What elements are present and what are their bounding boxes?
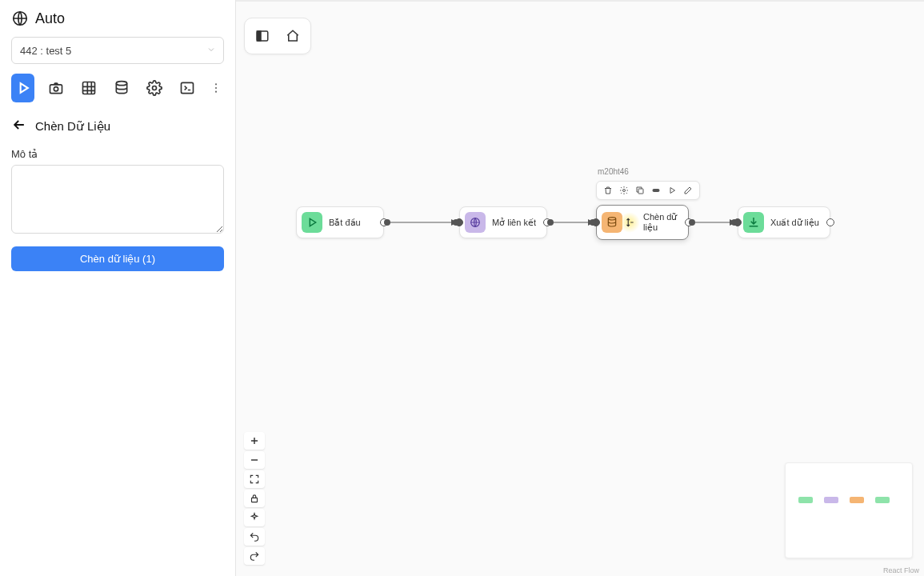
settings-button[interactable] xyxy=(142,74,166,102)
panel-header: Chèn Dữ Liệu xyxy=(11,117,224,135)
port-out[interactable] xyxy=(826,218,834,226)
home-button[interactable] xyxy=(280,23,306,49)
node-id-tag: m20ht46 xyxy=(598,167,629,176)
insert-data-button[interactable]: Chèn dữ liệu (1) xyxy=(11,246,224,271)
duplicate-node-button[interactable] xyxy=(634,184,646,197)
svg-point-9 xyxy=(215,91,217,93)
svg-rect-14 xyxy=(638,189,643,194)
terminal-button[interactable] xyxy=(175,74,198,102)
run-button[interactable] xyxy=(11,74,34,102)
zoom-in-button[interactable] xyxy=(244,432,265,450)
minimap-nodes xyxy=(798,497,890,503)
node-open-link[interactable]: Mở liên kết xyxy=(459,206,547,238)
redo-button[interactable] xyxy=(244,547,265,565)
svg-rect-3 xyxy=(82,82,94,94)
svg-point-5 xyxy=(152,86,156,90)
minimap-node xyxy=(850,497,864,503)
svg-rect-11 xyxy=(257,31,261,41)
download-icon xyxy=(743,212,764,233)
sidebar: Auto 442 : test 5 xyxy=(0,0,236,576)
lock-button[interactable] xyxy=(244,490,265,507)
globe-icon xyxy=(11,10,29,27)
undo-button[interactable] xyxy=(244,528,265,546)
svg-rect-17 xyxy=(252,498,258,502)
magic-button[interactable] xyxy=(244,509,265,526)
more-button[interactable] xyxy=(209,74,224,102)
svg-point-7 xyxy=(215,83,217,85)
minimap-node xyxy=(824,497,838,503)
description-label: Mô tả xyxy=(11,148,224,160)
node-label: Bắt đầu xyxy=(329,218,361,228)
back-button[interactable] xyxy=(11,117,27,135)
grid-button[interactable] xyxy=(77,74,100,102)
panel-title: Chèn Dữ Liệu xyxy=(35,119,110,134)
globe-icon xyxy=(465,212,486,233)
toggle-panel-button[interactable] xyxy=(250,23,275,49)
flow-canvas[interactable]: Bắt đầu Mở liên kết m20ht46 Chèn dữ liệu… xyxy=(236,0,924,576)
toggle-node-button[interactable] xyxy=(650,184,662,197)
node-label: Mở liên kết xyxy=(492,218,536,228)
svg-point-8 xyxy=(215,87,217,89)
node-insert-data[interactable]: Chèn dữ liệu xyxy=(596,205,689,240)
node-label: Xuất dữ liệu xyxy=(770,218,819,228)
minimap[interactable] xyxy=(785,462,913,558)
zoom-controls xyxy=(244,432,265,565)
svg-point-13 xyxy=(623,190,626,192)
database-button[interactable] xyxy=(110,74,133,102)
svg-rect-1 xyxy=(50,85,62,94)
node-settings-button[interactable] xyxy=(618,184,630,197)
svg-point-4 xyxy=(116,82,126,86)
brand-title: Auto xyxy=(35,10,65,27)
node-toolbar xyxy=(596,181,700,200)
svg-point-16 xyxy=(608,218,615,220)
edge-start-to-open[interactable] xyxy=(387,222,456,223)
play-icon xyxy=(302,212,322,233)
brand: Auto xyxy=(11,10,224,27)
fit-view-button[interactable] xyxy=(244,470,265,488)
node-export-data[interactable]: Xuất dữ liệu xyxy=(738,206,830,238)
project-select[interactable]: 442 : test 5 xyxy=(11,37,224,64)
description-textarea[interactable] xyxy=(11,165,224,234)
zoom-out-button[interactable] xyxy=(244,451,265,469)
delete-node-button[interactable] xyxy=(602,184,614,197)
minimap-node xyxy=(798,497,813,503)
node-start[interactable]: Bắt đầu xyxy=(296,206,384,238)
camera-button[interactable] xyxy=(44,74,67,102)
attribution: React Flow xyxy=(883,566,919,574)
edge-open-to-insert[interactable] xyxy=(550,222,593,223)
sidebar-toolbar xyxy=(11,74,224,102)
run-node-button[interactable] xyxy=(666,184,678,197)
svg-point-2 xyxy=(54,87,58,91)
svg-rect-15 xyxy=(653,189,660,192)
canvas-topbar xyxy=(244,18,311,54)
edge-insert-to-export[interactable] xyxy=(692,222,734,223)
project-select-wrap: 442 : test 5 xyxy=(11,37,224,64)
node-label: Chèn dữ liệu xyxy=(643,212,680,233)
edit-node-button[interactable] xyxy=(682,184,694,197)
minimap-node xyxy=(875,497,890,503)
database-icon xyxy=(602,212,622,233)
